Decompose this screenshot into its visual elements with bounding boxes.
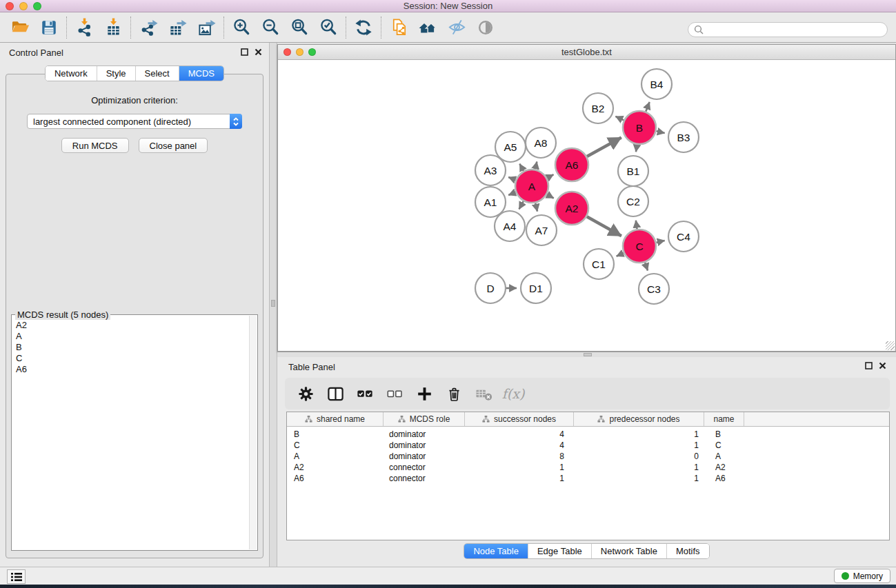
graph-edge-C-C4[interactable]	[656, 241, 664, 243]
deselect-all-icon[interactable]	[386, 383, 404, 404]
table-row[interactable]: Bdominator41B	[287, 429, 889, 440]
import-table-icon[interactable]	[103, 15, 123, 40]
mcds-result-item[interactable]: A2	[12, 320, 248, 331]
graph-node-C2[interactable]: C2	[618, 186, 648, 216]
horizontal-split-divider[interactable]	[277, 352, 896, 357]
settings-gear-icon[interactable]	[297, 383, 315, 404]
close-panel-button[interactable]: Close panel	[139, 138, 208, 153]
graph-node-B1[interactable]: B1	[618, 156, 648, 186]
graph-node-C[interactable]: C	[623, 230, 656, 263]
graph-node-A2[interactable]: A2	[555, 192, 588, 225]
zoom-out-icon[interactable]	[260, 15, 281, 40]
graph-edge-A-A3[interactable]	[508, 177, 516, 180]
hide-selected-icon[interactable]	[446, 15, 467, 40]
graph-node-A6[interactable]: A6	[555, 148, 588, 181]
tab-edge-table[interactable]: Edge Table	[528, 544, 591, 558]
zoom-in-icon[interactable]	[231, 15, 252, 40]
export-network-icon[interactable]	[138, 15, 159, 40]
graph-edge-A-A6[interactable]	[547, 174, 553, 178]
graph-node-C4[interactable]: C4	[668, 221, 699, 252]
column-header-shared-name[interactable]: shared name	[287, 412, 384, 426]
graph-edge-C-C2[interactable]	[636, 221, 637, 230]
tab-network[interactable]: Network	[46, 66, 97, 81]
graph-node-C1[interactable]: C1	[584, 249, 614, 279]
delete-icon[interactable]	[445, 383, 463, 404]
graph-node-A7[interactable]: A7	[526, 215, 557, 245]
close-panel-icon[interactable]	[879, 362, 886, 369]
save-icon[interactable]	[39, 15, 59, 40]
import-network-icon[interactable]	[74, 15, 94, 40]
home-icon[interactable]	[417, 15, 438, 40]
table-row[interactable]: Adominator80A	[287, 451, 889, 462]
column-header-successor-nodes[interactable]: successor nodes	[465, 412, 574, 426]
zoom-fit-icon[interactable]	[289, 15, 310, 40]
graph-node-A8[interactable]: A8	[526, 128, 556, 158]
select-all-icon[interactable]	[356, 383, 374, 404]
column-header-predecessor-nodes[interactable]: predecessor nodes	[574, 412, 704, 426]
table-row[interactable]: A6connector11A6	[287, 473, 889, 484]
divider-grip[interactable]	[271, 300, 275, 307]
graph-edge-A-A8[interactable]	[535, 161, 537, 169]
divider-grip[interactable]	[584, 353, 592, 356]
graph-edge-A2-C[interactable]	[587, 216, 621, 236]
float-panel-icon[interactable]	[865, 362, 873, 369]
show-all-icon[interactable]	[475, 15, 496, 40]
graph-edge-A-A4[interactable]	[519, 201, 524, 210]
graph-edge-B-B2[interactable]	[615, 116, 624, 121]
graph-node-A1[interactable]: A1	[475, 187, 506, 217]
graph-edge-B-B3[interactable]	[656, 131, 664, 133]
export-image-icon[interactable]	[196, 15, 217, 40]
tab-motifs[interactable]: Motifs	[666, 544, 709, 558]
network-canvas[interactable]: B4B2BB3A8A5A6A3B1AC2A1A2A4A7C4CC1DD1C3	[278, 60, 895, 351]
new-network-from-selection-icon[interactable]	[388, 15, 409, 40]
column-view-icon[interactable]	[326, 383, 344, 404]
graph-edge-A-A5[interactable]	[519, 164, 524, 171]
vertical-split-divider[interactable]	[269, 43, 277, 567]
column-header-name[interactable]: name	[704, 412, 744, 426]
criterion-dropdown[interactable]: largest connected component (directed)	[27, 114, 242, 129]
tab-style[interactable]: Style	[97, 66, 135, 81]
mcds-result-item[interactable]: C	[12, 353, 248, 364]
graph-node-A[interactable]: A	[515, 170, 548, 203]
result-list-scrollbar[interactable]	[249, 316, 257, 549]
run-mcds-button[interactable]: Run MCDS	[61, 138, 129, 153]
graph-node-B3[interactable]: B3	[668, 122, 699, 152]
tab-mcds[interactable]: MCDS	[179, 66, 223, 81]
open-file-icon[interactable]	[10, 15, 30, 40]
float-panel-icon[interactable]	[241, 48, 248, 56]
refresh-icon[interactable]	[353, 15, 374, 40]
graph-edge-C-C1[interactable]	[617, 253, 624, 256]
graph-edge-A6-B[interactable]	[587, 137, 621, 156]
graph-edge-B-B4[interactable]	[646, 102, 649, 112]
tab-select[interactable]: Select	[135, 66, 179, 81]
table-row[interactable]: A2connector11A2	[287, 462, 889, 473]
mcds-result-item[interactable]: A6	[12, 364, 248, 375]
add-icon[interactable]	[415, 383, 433, 404]
tab-node-table[interactable]: Node Table	[464, 544, 528, 558]
graph-edge-B-B1[interactable]	[636, 145, 637, 152]
graph-node-C3[interactable]: C3	[639, 274, 669, 304]
graph-node-B[interactable]: B	[623, 111, 656, 144]
search-field[interactable]	[688, 22, 888, 37]
graph-node-A3[interactable]: A3	[475, 155, 506, 185]
graph-node-D[interactable]: D	[475, 273, 506, 303]
graph-node-B4[interactable]: B4	[641, 69, 672, 99]
tab-network-table[interactable]: Network Table	[591, 544, 666, 558]
graph-edge-A-A7[interactable]	[535, 203, 537, 211]
window-resize-grip[interactable]	[886, 341, 895, 350]
graph-node-A4[interactable]: A4	[495, 211, 525, 241]
close-panel-icon[interactable]	[255, 48, 262, 56]
graph-edge-C-C3[interactable]	[645, 263, 648, 271]
mcds-result-item[interactable]: A	[12, 331, 248, 342]
task-history-button[interactable]	[7, 569, 26, 584]
mcds-result-item[interactable]: B	[12, 342, 248, 353]
graph-edge-A-A1[interactable]	[508, 192, 516, 195]
graph-edge-A-A2[interactable]	[547, 194, 554, 198]
zoom-selected-icon[interactable]	[318, 15, 339, 40]
column-header-MCDS-role[interactable]: MCDS role	[384, 412, 465, 426]
search-input[interactable]	[704, 25, 887, 35]
memory-button[interactable]: Memory	[834, 569, 890, 583]
graph-node-D1[interactable]: D1	[521, 273, 551, 303]
export-table-icon[interactable]	[167, 15, 188, 40]
table-row[interactable]: Cdominator41C	[287, 440, 889, 451]
